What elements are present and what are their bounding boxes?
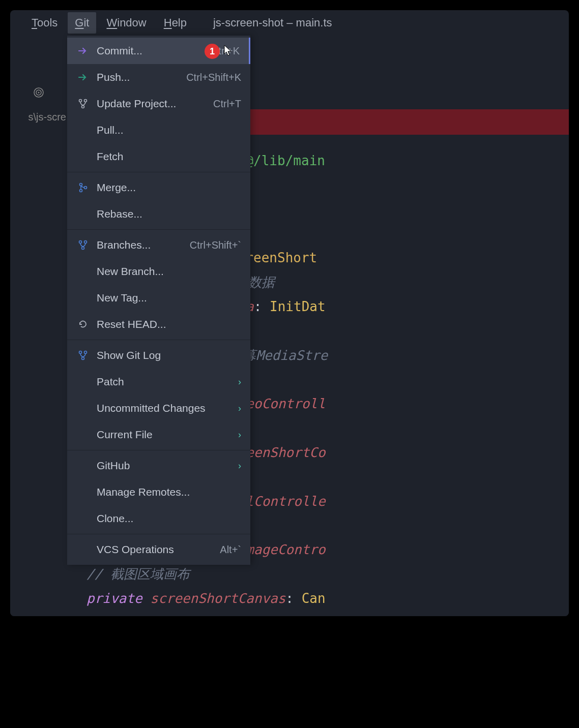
- menu-item-label: Fetch: [97, 150, 241, 163]
- menu-item-label: New Tag...: [97, 292, 241, 304]
- menu-item-label: GitHub: [97, 460, 238, 472]
- menu-help[interactable]: Help: [157, 12, 194, 34]
- svg-point-6: [80, 184, 82, 186]
- menubar: Tools Git Window Help js-screen-shot – m…: [10, 10, 569, 36]
- submenu-arrow-icon: ›: [238, 377, 241, 387]
- menu-git[interactable]: Git: [68, 12, 96, 34]
- window-title: js-screen-shot – main.ts: [213, 16, 332, 29]
- submenu-arrow-icon: ›: [238, 403, 241, 414]
- menu-item-show-git-log[interactable]: Show Git Log: [67, 342, 250, 369]
- svg-point-8: [84, 187, 87, 189]
- menu-item-label: New Branch...: [97, 265, 241, 278]
- svg-point-10: [84, 241, 87, 244]
- svg-point-9: [79, 241, 82, 244]
- annotation-badge: 1: [205, 44, 220, 59]
- menu-item-pull[interactable]: Pull...: [67, 117, 250, 143]
- menu-item-label: Current File: [97, 429, 238, 441]
- ide-window: Tools Git Window Help js-screen-shot – m…: [10, 10, 569, 616]
- menu-item-github[interactable]: GitHub›: [67, 452, 250, 479]
- svg-point-11: [82, 247, 84, 250]
- merge-icon: [76, 183, 90, 193]
- menu-shortcut: Ctrl+T: [213, 98, 241, 110]
- content-area: s\js-scre Commit...Ctrl+K1Push...Ctrl+Sh…: [10, 36, 569, 616]
- branch-v-icon: [76, 99, 90, 109]
- menu-shortcut: Ctrl+Shift+K: [186, 72, 241, 83]
- svg-point-14: [82, 357, 84, 360]
- menu-item-label: Show Git Log: [97, 349, 241, 361]
- menu-item-label: Uncommitted Changes: [97, 402, 238, 414]
- menu-item-label: Rebase...: [97, 208, 241, 220]
- menu-separator: [67, 450, 250, 450]
- menu-item-manage-remotes[interactable]: Manage Remotes...: [67, 479, 250, 505]
- menu-item-fetch[interactable]: Fetch: [67, 143, 250, 170]
- svg-point-3: [79, 100, 82, 102]
- menu-shortcut: Alt+`: [220, 544, 241, 556]
- menu-item-reset-head[interactable]: Reset HEAD...: [67, 311, 250, 338]
- menu-item-label: Clone...: [97, 512, 241, 525]
- menu-window[interactable]: Window: [99, 12, 153, 34]
- branch-v-icon: [76, 350, 90, 360]
- menu-shortcut: Ctrl+Shift+`: [190, 239, 241, 251]
- left-sidebar: s\js-scre: [10, 36, 67, 616]
- menu-item-label: Commit...: [97, 45, 211, 57]
- menu-item-label: Push...: [97, 71, 186, 83]
- menu-item-push[interactable]: Push...Ctrl+Shift+K: [67, 64, 250, 90]
- menu-item-merge[interactable]: Merge...: [67, 174, 250, 201]
- menu-item-label: Manage Remotes...: [97, 486, 241, 498]
- reset-icon: [76, 319, 90, 329]
- target-icon[interactable]: [10, 86, 67, 101]
- menu-item-label: Update Project...: [97, 98, 213, 110]
- menu-item-patch[interactable]: Patch›: [67, 369, 250, 395]
- menu-item-label: Merge...: [97, 181, 241, 194]
- menu-item-update-project[interactable]: Update Project...Ctrl+T: [67, 90, 250, 117]
- svg-point-4: [84, 100, 87, 102]
- menu-item-current-file[interactable]: Current File›: [67, 421, 250, 448]
- menu-separator: [67, 534, 250, 534]
- menu-item-new-branch[interactable]: New Branch...: [67, 258, 250, 285]
- menu-item-branches[interactable]: Branches...Ctrl+Shift+`: [67, 232, 250, 258]
- menu-item-label: VCS Operations: [97, 543, 220, 556]
- menu-item-new-tag[interactable]: New Tag...: [67, 285, 250, 311]
- menu-item-clone[interactable]: Clone...: [67, 505, 250, 532]
- menu-item-label: Branches...: [97, 239, 190, 251]
- push-arrow-icon: [76, 73, 90, 82]
- menu-item-label: Reset HEAD...: [97, 318, 241, 330]
- menu-tools[interactable]: Tools: [24, 12, 65, 34]
- submenu-arrow-icon: ›: [238, 430, 241, 440]
- menu-separator: [67, 229, 250, 230]
- svg-point-7: [80, 190, 82, 192]
- svg-point-12: [79, 351, 82, 354]
- submenu-arrow-icon: ›: [238, 461, 241, 471]
- menu-item-rebase[interactable]: Rebase...: [67, 201, 250, 227]
- menu-separator: [67, 172, 250, 172]
- svg-point-5: [82, 106, 84, 108]
- menu-item-label: Patch: [97, 376, 238, 388]
- menu-item-label: Pull...: [97, 124, 241, 136]
- menu-item-uncommitted-changes[interactable]: Uncommitted Changes›: [67, 395, 250, 421]
- menu-separator: [67, 340, 250, 340]
- branch-v-icon: [76, 240, 90, 250]
- project-label: s\js-scre: [10, 111, 67, 123]
- menu-item-commit[interactable]: Commit...Ctrl+K1: [67, 38, 250, 64]
- svg-point-13: [84, 351, 87, 354]
- menu-item-vcs-operations[interactable]: VCS OperationsAlt+`: [67, 536, 250, 563]
- git-dropdown-menu: Commit...Ctrl+K1Push...Ctrl+Shift+KUpdat…: [67, 36, 250, 565]
- cursor-icon: [224, 45, 233, 56]
- commit-arrow-icon: [76, 46, 90, 55]
- svg-point-2: [38, 92, 40, 94]
